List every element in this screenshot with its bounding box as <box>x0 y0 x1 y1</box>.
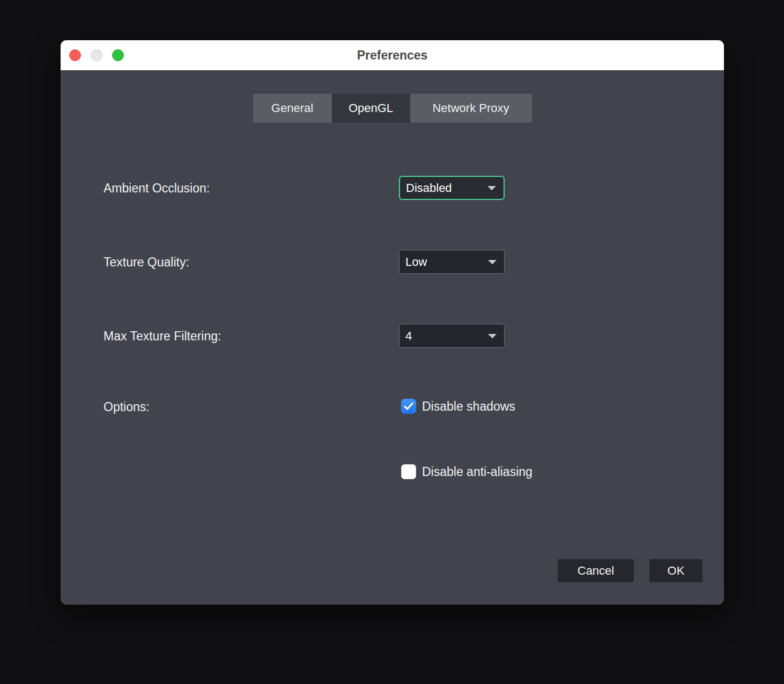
tab-opengl-label: OpenGL <box>349 101 393 115</box>
preferences-window: Preferences General OpenGL Network Proxy… <box>61 40 724 605</box>
ok-button[interactable]: OK <box>649 559 702 582</box>
disable-anti-aliasing-option: Disable anti-aliasing <box>401 464 532 479</box>
traffic-lights <box>69 40 124 70</box>
close-window-button[interactable] <box>69 49 81 61</box>
disable-anti-aliasing-checkbox[interactable] <box>401 464 416 479</box>
max-texture-filtering-label: Max Texture Filtering: <box>103 328 221 344</box>
tab-general[interactable]: General <box>253 94 332 123</box>
disable-shadows-option: Disable shadows <box>401 399 515 414</box>
chevron-down-icon <box>488 334 497 338</box>
texture-quality-dropdown[interactable]: Low <box>399 250 505 274</box>
max-texture-filtering-value: 4 <box>405 329 412 343</box>
ambient-occlusion-label: Ambient Occlusion: <box>103 180 210 196</box>
tab-network-proxy[interactable]: Network Proxy <box>410 94 532 123</box>
disable-anti-aliasing-label[interactable]: Disable anti-aliasing <box>422 465 532 479</box>
chevron-down-icon <box>488 260 497 264</box>
options-label: Options: <box>103 399 150 415</box>
minimize-window-button[interactable] <box>91 49 102 61</box>
zoom-window-button[interactable] <box>112 49 124 61</box>
title-bar: Preferences <box>61 40 724 70</box>
texture-quality-label: Texture Quality: <box>103 254 189 270</box>
window-title: Preferences <box>61 40 724 70</box>
ambient-occlusion-dropdown[interactable]: Disabled <box>399 176 505 200</box>
tab-network-proxy-label: Network Proxy <box>432 101 509 115</box>
ambient-occlusion-value: Disabled <box>406 181 452 195</box>
tab-general-label: General <box>271 101 313 115</box>
texture-quality-value: Low <box>405 255 427 269</box>
preferences-tab-bar: General OpenGL Network Proxy <box>253 94 532 123</box>
checkmark-icon <box>404 402 413 411</box>
tab-opengl[interactable]: OpenGL <box>332 94 410 123</box>
max-texture-filtering-dropdown[interactable]: 4 <box>399 324 505 348</box>
disable-shadows-label[interactable]: Disable shadows <box>422 399 515 414</box>
cancel-button[interactable]: Cancel <box>558 559 634 582</box>
disable-shadows-checkbox[interactable] <box>401 399 416 414</box>
chevron-down-icon <box>487 186 496 190</box>
